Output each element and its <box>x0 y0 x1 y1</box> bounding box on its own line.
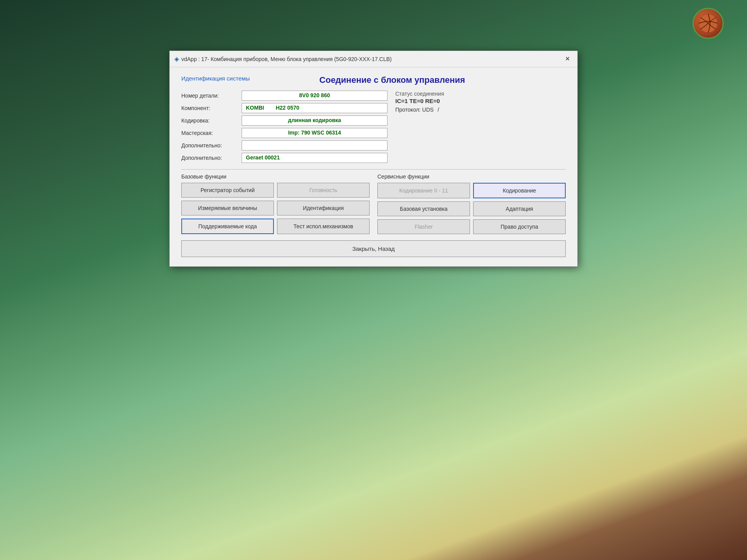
readiness-button[interactable]: Готовность <box>277 183 370 198</box>
event-log-button[interactable]: Регистратор событий <box>181 183 274 198</box>
divider <box>181 169 566 170</box>
workshop-label: Мастерская: <box>181 130 242 136</box>
dialog-title: ◈ vdApp : 17- Комбинация приборов, Меню … <box>174 55 392 63</box>
coding-label: Кодировка: <box>181 117 242 124</box>
close-back-button[interactable]: Закрыть, Назад <box>181 240 566 257</box>
extra2-row: Дополнительно: Geraet 00021 <box>181 153 388 163</box>
actuator-test-button[interactable]: Тест испол.механизмов <box>277 219 370 234</box>
dialog-icon: ◈ <box>174 55 179 63</box>
part-number-value: 8V0 920 860 <box>242 91 388 101</box>
part-number-row: Номер детали: 8V0 920 860 <box>181 91 388 101</box>
coding-button[interactable]: Кодирование <box>473 183 566 198</box>
coding-value: длинная кодировка <box>242 116 388 126</box>
connection-values: IC=1 TE=0 RE=0 <box>395 98 566 104</box>
main-heading: Соединение с блоком управления <box>250 75 535 85</box>
workshop-row: Мастерская: Imp: 790 WSC 06314 <box>181 128 388 138</box>
left-info-panel: Номер детали: 8V0 920 860 Компонент: KOM… <box>181 91 388 165</box>
extra1-label: Дополнительно: <box>181 142 242 149</box>
access-rights-button[interactable]: Право доступа <box>473 219 566 234</box>
extra1-value <box>242 140 388 150</box>
flasher-button[interactable]: Flasher <box>377 219 470 234</box>
component-value2: H22 0570 <box>276 105 300 112</box>
dialog-title-text: vdApp : 17- Комбинация приборов, Меню бл… <box>181 56 392 62</box>
extra2-value: Geraet 00021 <box>242 153 388 163</box>
component-row: Компонент: KOMBI H22 0570 <box>181 103 388 113</box>
service-buttons-grid: Кодирование II - 11 Кодирование Базовая … <box>377 183 566 234</box>
component-value1: KOMBI <box>246 105 264 112</box>
bottom-bar: Закрыть, Назад <box>181 240 566 259</box>
extra1-row: Дополнительно: <box>181 140 388 150</box>
component-label: Компонент: <box>181 105 242 111</box>
adaptation-button[interactable]: Адаптация <box>473 201 566 216</box>
protocol-line: Протокол: UDS / <box>395 107 566 113</box>
coding-row: Кодировка: длинная кодировка <box>181 116 388 126</box>
protocol-sep: / <box>438 107 439 113</box>
dialog-titlebar: ◈ vdApp : 17- Комбинация приборов, Меню … <box>170 51 577 67</box>
protocol-label: Протокол: UDS <box>395 107 434 113</box>
buttons-section: Базовые функции Регистратор событий Гото… <box>181 173 566 234</box>
right-status-panel: Статус соединения IC=1 TE=0 RE=0 Протоко… <box>388 91 566 165</box>
dialog-body: Идентификация системы Соединение с блоко… <box>170 67 577 266</box>
workshop-value: Imp: 790 WSC 06314 <box>242 128 388 138</box>
service-functions-label: Сервисные функции <box>377 173 566 180</box>
coding2-11-button[interactable]: Кодирование II - 11 <box>377 183 470 198</box>
part-number-label: Номер детали: <box>181 93 242 99</box>
measured-values-button[interactable]: Измеряемые величины <box>181 201 274 215</box>
basic-functions-label: Базовые функции <box>181 173 370 180</box>
basic-functions-panel: Базовые функции Регистратор событий Гото… <box>181 173 370 234</box>
close-button[interactable]: × <box>562 54 573 64</box>
connection-label: Статус соединения <box>395 91 566 97</box>
component-value: KOMBI H22 0570 <box>242 103 388 113</box>
main-dialog: ◈ vdApp : 17- Комбинация приборов, Меню … <box>169 51 578 267</box>
supported-codes-button[interactable]: Поддерживаемые кода <box>181 219 274 234</box>
identification-button[interactable]: Идентификация <box>277 201 370 215</box>
service-functions-panel: Сервисные функции Кодирование II - 11 Ко… <box>377 173 566 234</box>
basic-buttons-grid: Регистратор событий Готовность Измеряемы… <box>181 183 370 234</box>
extra2-label: Дополнительно: <box>181 155 242 161</box>
basic-setup-button[interactable]: Базовая установка <box>377 201 470 216</box>
info-area: Номер детали: 8V0 920 860 Компонент: KOM… <box>181 91 566 165</box>
basketball-icon <box>693 8 724 39</box>
system-id-label: Идентификация системы <box>181 75 250 82</box>
